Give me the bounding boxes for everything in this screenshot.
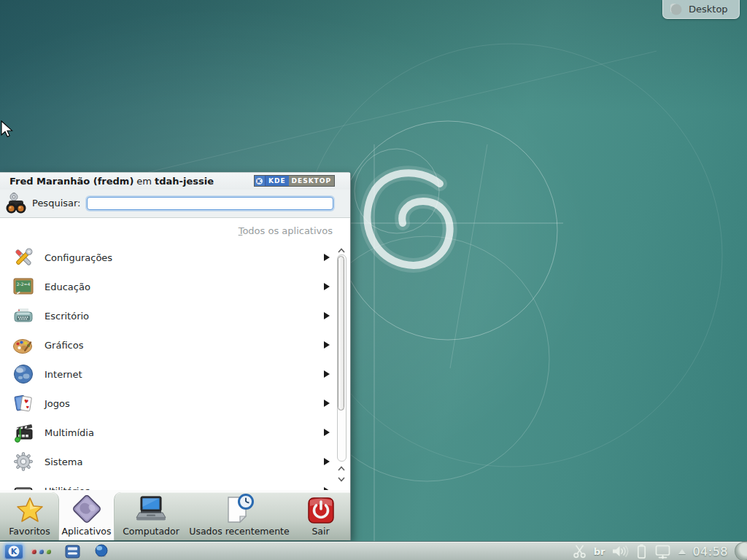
search-binoculars-icon	[4, 192, 28, 215]
host-name: tdah-jessie	[155, 176, 214, 187]
system-tray: br 04:58	[572, 542, 747, 560]
kickoff-header: Fred Maranhão (fredm) em tdah-jessie K K…	[0, 173, 350, 190]
bottom-panel: K	[0, 541, 747, 560]
scrollbar-down-arrow[interactable]	[337, 476, 346, 483]
keyboard-layout-indicator[interactable]: br	[594, 546, 605, 557]
leave-icon	[306, 496, 336, 525]
svg-text:K: K	[11, 547, 18, 556]
palette-icon	[11, 332, 36, 357]
kickoff-menu: Fred Maranhão (fredm) em tdah-jessie K K…	[0, 172, 351, 540]
header-connector: em	[136, 176, 152, 187]
desktop-toolbox-button[interactable]: Desktop	[662, 0, 740, 19]
category-label: Sistema	[44, 456, 82, 467]
digital-clock[interactable]: 04:58	[692, 545, 728, 559]
klipper-scissors-icon[interactable]	[572, 544, 587, 559]
scrollbar-up-arrow-2[interactable]	[337, 465, 346, 472]
submenu-arrow-icon	[324, 341, 330, 349]
category-rows: Configurações 2-2=4 Educação	[0, 243, 336, 491]
applications-diamond-icon	[71, 493, 103, 525]
quicklaunch-dots-widget[interactable]	[31, 549, 51, 554]
kde-k-icon: K	[7, 545, 20, 558]
svg-text:K: K	[258, 178, 263, 184]
blue-ball-widget-icon[interactable]	[94, 544, 109, 559]
category-row-escritorio[interactable]: Escritório	[0, 301, 336, 330]
cashew-icon	[670, 4, 682, 15]
mouse-cursor	[1, 120, 14, 138]
gear-icon	[11, 449, 36, 474]
category-row-educacao[interactable]: 2-2=4 Educação	[0, 272, 336, 301]
submenu-arrow-icon	[324, 370, 330, 378]
blue-dot-icon	[39, 549, 44, 554]
category-label: Internet	[44, 369, 82, 380]
badge-desktop-label: DESKTOP	[289, 176, 334, 186]
breadcrumb-all-applications[interactable]: Todos os aplicativos	[239, 225, 333, 236]
typewriter-icon	[11, 303, 36, 328]
scrollbar-thumb[interactable]	[338, 256, 344, 411]
category-row-internet[interactable]: Internet	[0, 359, 336, 389]
tab-usados-recentemente[interactable]: Usados recentemente	[188, 490, 290, 540]
search-input[interactable]	[87, 197, 333, 210]
category-label: Educação	[44, 281, 90, 292]
drawer-widget-icon[interactable]	[65, 545, 80, 559]
category-row-graficos[interactable]: Gráficos	[0, 330, 336, 359]
tab-sair[interactable]: Sair	[290, 490, 351, 540]
tab-aplicativos[interactable]: Aplicativos	[59, 490, 114, 540]
kde-desktop-badge: K KDE DESKTOP	[254, 175, 335, 187]
star-icon	[15, 494, 45, 525]
computer-icon	[134, 494, 168, 525]
tab-label: Aplicativos	[62, 526, 112, 537]
submenu-arrow-icon	[324, 312, 330, 319]
panel-toolbox-cashew[interactable]	[735, 542, 747, 560]
category-label: Jogos	[44, 398, 70, 409]
category-label: Multimídia	[44, 427, 94, 438]
playing-cards-icon: ♥♥	[11, 391, 36, 416]
submenu-arrow-icon	[324, 458, 330, 465]
device-notifier-icon[interactable]	[654, 544, 672, 559]
tray-expander-icon[interactable]	[678, 549, 686, 554]
tab-label: Usados recentemente	[189, 526, 289, 537]
kde-gear-icon: K	[255, 176, 266, 186]
desktop-background: Desktop Fred Maranhão (fredm) em tdah-je…	[0, 0, 747, 560]
category-row-configuracoes[interactable]: Configurações	[0, 243, 336, 272]
svg-text:2-2=4: 2-2=4	[17, 281, 31, 287]
kickoff-search-row: Pesquisar:	[0, 190, 350, 217]
toolbox-label: Desktop	[689, 4, 728, 15]
category-row-sistema[interactable]: Sistema	[0, 447, 336, 476]
submenu-arrow-icon	[324, 429, 330, 436]
category-row-jogos[interactable]: ♥♥ Jogos	[0, 389, 336, 418]
clapperboard-icon	[11, 420, 36, 445]
submenu-arrow-icon	[324, 400, 330, 407]
category-row-multimidia[interactable]: Multimídia	[0, 418, 336, 447]
green-dot-icon	[46, 549, 51, 554]
globe-icon	[11, 362, 36, 386]
tab-label: Sair	[311, 526, 329, 537]
kickoff-launcher-button[interactable]: K	[4, 544, 23, 559]
category-label: Escritório	[44, 311, 89, 322]
panel-left-widgets: K	[4, 542, 109, 560]
user-name: Fred Maranhão (fredm)	[9, 176, 133, 187]
chalkboard-icon: 2-2=4	[11, 274, 36, 299]
search-label: Pesquisar:	[32, 198, 81, 209]
badge-kde-label: KDE	[266, 176, 289, 186]
submenu-arrow-icon	[324, 283, 330, 290]
scrollbar-up-arrow[interactable]	[337, 247, 346, 254]
scrollbar-track[interactable]	[337, 254, 347, 462]
kickoff-tab-bar: Favoritos Aplicativos	[0, 490, 350, 540]
submenu-arrow-icon	[324, 254, 330, 261]
tab-computador[interactable]: Computador	[114, 490, 188, 540]
category-label: Configurações	[44, 252, 112, 263]
tab-label: Favoritos	[9, 526, 50, 537]
category-row-utilitarios[interactable]: Utilitários	[0, 476, 336, 491]
battery-icon[interactable]	[636, 543, 647, 559]
applications-list: Todos os aplicativos Configurações	[0, 217, 350, 491]
category-label: Gráficos	[44, 340, 83, 351]
tab-label: Computador	[123, 526, 179, 537]
volume-icon[interactable]	[611, 544, 630, 559]
tools-icon	[11, 245, 36, 270]
tab-favoritos[interactable]: Favoritos	[0, 490, 59, 540]
recent-documents-icon	[222, 493, 256, 525]
red-dot-icon	[31, 549, 36, 554]
